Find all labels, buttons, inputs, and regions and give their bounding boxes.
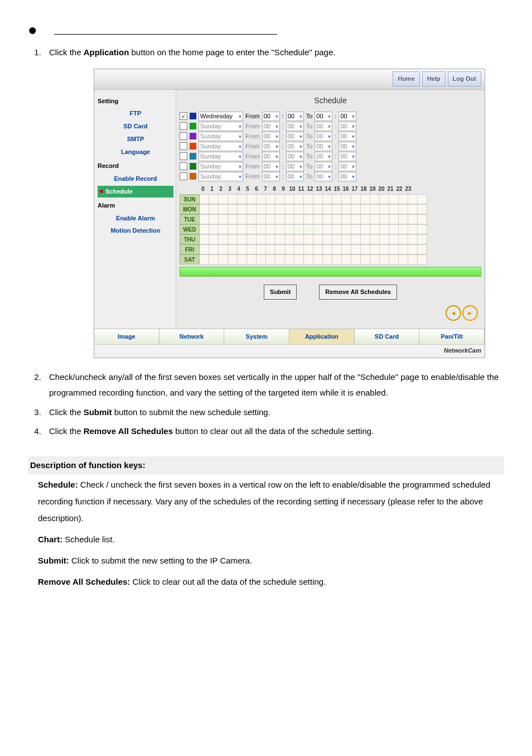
grid-cell[interactable] [209,254,219,264]
sidebar-item[interactable]: SD Card [98,121,173,132]
grid-cell[interactable] [209,194,219,204]
grid-cell[interactable] [389,224,399,234]
grid-cell[interactable] [257,214,266,224]
grid-cell[interactable] [351,254,361,264]
day-select[interactable]: Sunday▾ [199,122,243,131]
grid-cell[interactable] [219,234,228,244]
grid-cell[interactable] [304,224,313,234]
grid-cell[interactable] [228,244,238,254]
grid-cell[interactable] [351,194,361,204]
top-link-home[interactable]: Home [393,71,420,86]
grid-cell[interactable] [219,214,228,224]
day-select[interactable]: Sunday▾ [199,152,243,161]
grid-cell[interactable] [361,214,370,224]
grid-cell[interactable] [266,234,275,244]
grid-cell[interactable] [370,244,380,254]
grid-cell[interactable] [247,234,257,244]
grid-cell[interactable] [399,214,408,224]
grid-cell[interactable] [228,194,238,204]
grid-cell[interactable] [380,214,389,224]
grid-cell[interactable] [275,254,285,264]
grid-cell[interactable] [418,254,427,264]
grid-cell[interactable] [247,194,257,204]
grid-cell[interactable] [389,214,399,224]
submit-button[interactable]: Submit [264,285,297,300]
grid-cell[interactable] [266,254,275,264]
grid-cell[interactable] [304,234,313,244]
grid-cell[interactable] [342,244,351,254]
grid-cell[interactable] [200,224,209,234]
sidebar-item[interactable]: FTP [98,108,173,119]
grid-cell[interactable] [313,234,323,244]
grid-cell[interactable] [408,204,418,214]
grid-cell[interactable] [418,214,427,224]
grid-cell[interactable] [228,224,238,234]
bottom-tab[interactable]: Network [159,329,225,344]
grid-cell[interactable] [399,234,408,244]
bottom-tab[interactable]: Pan/Tilt [419,329,485,344]
bottom-tab[interactable]: System [224,329,289,344]
grid-cell[interactable] [304,254,313,264]
bottom-tab[interactable]: Image [94,329,159,344]
grid-cell[interactable] [380,254,389,264]
grid-cell[interactable] [294,224,304,234]
grid-cell[interactable] [342,204,351,214]
grid-cell[interactable] [304,204,313,214]
sidebar-item[interactable]: SMTP [98,133,173,145]
grid-cell[interactable] [238,254,247,264]
grid-cell[interactable] [313,194,323,204]
grid-cell[interactable] [275,224,285,234]
grid-cell[interactable] [418,234,427,244]
grid-cell[interactable] [285,204,294,214]
grid-cell[interactable] [238,244,247,254]
to-min-select[interactable]: 00▾ [338,132,356,141]
grid-cell[interactable] [332,244,342,254]
from-hour-select[interactable]: 00▾ [262,172,280,181]
from-hour-select[interactable]: 00▾ [262,142,280,151]
grid-cell[interactable] [285,194,294,204]
grid-cell[interactable] [408,254,418,264]
grid-cell[interactable] [266,214,275,224]
grid-cell[interactable] [209,204,219,214]
grid-cell[interactable] [418,204,427,214]
grid-cell[interactable] [370,224,380,234]
grid-cell[interactable] [418,194,427,204]
grid-cell[interactable] [294,204,304,214]
grid-cell[interactable] [275,244,285,254]
grid-cell[interactable] [219,204,228,214]
top-link-logout[interactable]: Log Out [448,71,481,86]
grid-cell[interactable] [209,244,219,254]
grid-cell[interactable] [247,204,257,214]
grid-cell[interactable] [389,254,399,264]
from-min-select[interactable]: 00▾ [286,142,304,151]
grid-cell[interactable] [238,194,247,204]
bottom-tab[interactable]: SD Card [355,329,420,344]
grid-cell[interactable] [294,244,304,254]
grid-cell[interactable] [389,244,399,254]
grid-cell[interactable] [228,214,238,224]
arrow-left-icon[interactable]: ◄ [446,305,461,321]
from-hour-select[interactable]: 00▾ [262,112,280,121]
arrow-right-icon[interactable]: ► [462,305,478,321]
from-hour-select[interactable]: 00▾ [262,152,280,161]
sidebar-item[interactable]: Schedule [98,186,173,198]
grid-cell[interactable] [342,214,351,224]
enable-checkbox[interactable] [180,152,187,160]
grid-cell[interactable] [332,214,342,224]
grid-cell[interactable] [313,254,323,264]
grid-cell[interactable] [408,234,418,244]
grid-cell[interactable] [266,224,275,234]
from-min-select[interactable]: 00▾ [286,122,304,131]
grid-cell[interactable] [351,234,361,244]
sidebar-item[interactable]: Enable Record [98,173,173,185]
day-select[interactable]: Sunday▾ [199,132,243,141]
grid-cell[interactable] [209,224,219,234]
grid-cell[interactable] [323,194,332,204]
grid-cell[interactable] [313,224,323,234]
grid-cell[interactable] [247,214,257,224]
grid-cell[interactable] [257,194,266,204]
grid-cell[interactable] [209,214,219,224]
grid-cell[interactable] [209,234,219,244]
grid-cell[interactable] [342,194,351,204]
grid-cell[interactable] [275,194,285,204]
